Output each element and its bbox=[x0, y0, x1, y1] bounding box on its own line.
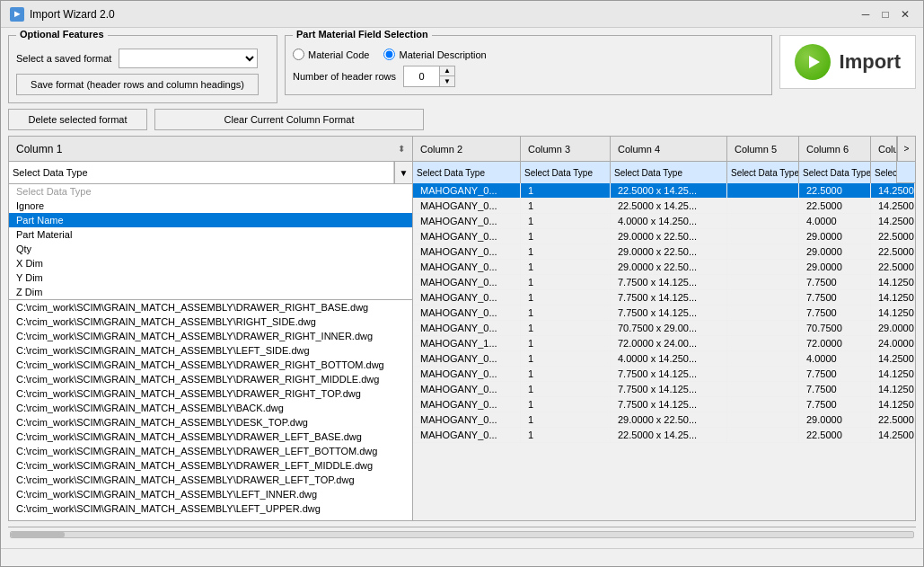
close-button[interactable]: ✕ bbox=[896, 5, 914, 23]
optional-features-group: Optional Features Select a saved format … bbox=[8, 35, 277, 103]
data-cell-col2: MAHOGANY_0... bbox=[413, 244, 521, 259]
spinner-down-button[interactable]: ▼ bbox=[440, 76, 454, 86]
data-cell-col4: 7.7500 x 14.125... bbox=[611, 290, 727, 305]
data-cell-col2: MAHOGANY_0... bbox=[413, 397, 521, 412]
file-item[interactable]: C:\rcim_work\SCIM\GRAIN_MATCH_ASSEMBLY\R… bbox=[9, 315, 412, 329]
file-item[interactable]: C:\rcim_work\SCIM\GRAIN_MATCH_ASSEMBLY\D… bbox=[9, 415, 412, 430]
material-code-radio[interactable] bbox=[293, 49, 304, 60]
app-icon: ▶ bbox=[10, 7, 24, 22]
table-row[interactable]: MAHOGANY_0... 1 7.7500 x 14.125... 7.750… bbox=[413, 367, 915, 382]
spinner-up-button[interactable]: ▲ bbox=[440, 66, 454, 76]
import-button[interactable]: Import bbox=[779, 35, 916, 89]
file-item[interactable]: C:\rcim_work\SCIM\GRAIN_MATCH_ASSEMBLY\L… bbox=[9, 343, 412, 358]
table-row[interactable]: MAHOGANY_0... 1 22.5000 x 14.25... 22.50… bbox=[413, 183, 915, 199]
data-cell-col5 bbox=[727, 199, 799, 213]
dropdown-item-zdim[interactable]: Z Dim bbox=[9, 285, 412, 299]
data-cell-col2: MAHOGANY_0... bbox=[413, 306, 521, 320]
file-item[interactable]: C:\rcim_work\SCIM\GRAIN_MATCH_ASSEMBLY\L… bbox=[9, 487, 412, 501]
data-cell-col5 bbox=[727, 336, 799, 350]
material-description-radio[interactable] bbox=[383, 49, 395, 60]
file-item[interactable]: C:\rcim_work\SCIM\GRAIN_MATCH_ASSEMBLY\D… bbox=[9, 430, 412, 444]
table-row[interactable]: MAHOGANY_0... 1 7.7500 x 14.125... 7.750… bbox=[413, 382, 915, 397]
dropdown-item-xdim[interactable]: X Dim bbox=[9, 256, 412, 270]
file-item[interactable]: C:\rcim_work\SCIM\GRAIN_MATCH_ASSEMBLY\D… bbox=[9, 358, 412, 372]
scrollbar-track[interactable] bbox=[10, 531, 914, 538]
table-row[interactable]: MAHOGANY_0... 1 29.0000 x 22.50... 29.00… bbox=[413, 260, 915, 275]
scroll-right-button[interactable]: > bbox=[897, 137, 915, 161]
table-row[interactable]: MAHOGANY_0... 1 22.5000 x 14.25... 22.50… bbox=[413, 199, 915, 214]
column1-dropdown-arrow[interactable]: ▼ bbox=[394, 162, 412, 183]
dropdown-item-ignore[interactable]: Ignore bbox=[9, 199, 412, 213]
column1-panel: Column 1 ⬍ Select Data Type ▼ Select Dat… bbox=[9, 137, 413, 520]
table-row[interactable]: MAHOGANY_0... 1 7.7500 x 14.125... 7.750… bbox=[413, 306, 915, 321]
scrollbar-thumb[interactable] bbox=[11, 532, 65, 537]
table-row[interactable]: MAHOGANY_0... 1 7.7500 x 14.125... 7.750… bbox=[413, 275, 915, 290]
part-material-group: Part Material Field Selection Material C… bbox=[285, 35, 772, 95]
table-row[interactable]: MAHOGANY_0... 1 70.7500 x 29.00... 70.75… bbox=[413, 321, 915, 336]
data-cell-col2: MAHOGANY_0... bbox=[413, 382, 521, 396]
col2-dropdown[interactable]: Select Data Type bbox=[413, 162, 521, 183]
column1-dropdown[interactable]: Select Data Type bbox=[9, 162, 394, 183]
data-cell-col2: MAHOGANY_0... bbox=[413, 183, 521, 198]
column1-sort-icon: ⬍ bbox=[398, 144, 405, 154]
data-cell-col6: 22.5000 bbox=[799, 199, 871, 213]
part-material-legend: Part Material Field Selection bbox=[293, 29, 432, 40]
file-item[interactable]: C:\rcim_work\SCIM\GRAIN_MATCH_ASSEMBLY\D… bbox=[9, 386, 412, 401]
col3-dropdown[interactable]: Select Data Type bbox=[521, 162, 611, 183]
file-item[interactable]: C:\rcim_work\SCIM\GRAIN_MATCH_ASSEMBLY\B… bbox=[9, 401, 412, 415]
table-row[interactable]: MAHOGANY_0... 1 7.7500 x 14.125... 7.750… bbox=[413, 397, 915, 412]
data-cell-col3: 1 bbox=[521, 397, 611, 412]
file-item[interactable]: C:\rcim_work\SCIM\GRAIN_MATCH_ASSEMBLY\D… bbox=[9, 458, 412, 473]
data-cell-col2: MAHOGANY_0... bbox=[413, 214, 521, 228]
table-row[interactable]: MAHOGANY_0... 1 7.7500 x 14.125... 7.750… bbox=[413, 290, 915, 306]
material-description-label[interactable]: Material Description bbox=[383, 49, 486, 60]
table-row[interactable]: MAHOGANY_0... 1 22.5000 x 14.25... 22.50… bbox=[413, 428, 915, 443]
delete-format-button[interactable]: Delete selected format bbox=[8, 109, 147, 130]
clear-format-button[interactable]: Clear Current Column Format bbox=[154, 109, 424, 130]
minimize-button[interactable]: ─ bbox=[857, 5, 875, 23]
header-rows-input[interactable] bbox=[404, 66, 440, 86]
data-cell-col7: 22.5000 bbox=[871, 244, 915, 259]
table-row[interactable]: MAHOGANY_0... 1 29.0000 x 22.50... 29.00… bbox=[413, 229, 915, 244]
data-cell-col6: 7.7500 bbox=[799, 275, 871, 289]
table-row[interactable]: MAHOGANY_0... 1 29.0000 x 22.50... 29.00… bbox=[413, 412, 915, 428]
file-item[interactable]: C:\rcim_work\SCIM\GRAIN_MATCH_ASSEMBLY\D… bbox=[9, 300, 412, 315]
col7-dropdown[interactable]: Select Data bbox=[871, 162, 897, 183]
file-item[interactable]: C:\rcim_work\SCIM\GRAIN_MATCH_ASSEMBLY\D… bbox=[9, 473, 412, 487]
dropdown-item-qty[interactable]: Qty bbox=[9, 242, 412, 256]
table-row[interactable]: MAHOGANY_0... 1 4.0000 x 14.250... 4.000… bbox=[413, 214, 915, 229]
data-scroll-area[interactable]: MAHOGANY_0... 1 22.5000 x 14.25... 22.50… bbox=[413, 183, 915, 520]
data-cell-col6: 7.7500 bbox=[799, 367, 871, 381]
file-item[interactable]: C:\rcim_work\SCIM\GRAIN_MATCH_ASSEMBLY\D… bbox=[9, 444, 412, 458]
horizontal-scrollbar[interactable] bbox=[8, 527, 916, 541]
col3-header: Column 3 bbox=[521, 137, 611, 161]
data-cell-col7: 14.2500 bbox=[871, 214, 915, 228]
file-item[interactable]: C:\rcim_work\SCIM\GRAIN_MATCH_ASSEMBLY\L… bbox=[9, 501, 412, 516]
save-format-button[interactable]: Save format (header rows and column head… bbox=[16, 74, 259, 95]
column1-dropdown-list[interactable]: Select Data Type Ignore Part Name Part M… bbox=[9, 184, 412, 300]
material-code-label[interactable]: Material Code bbox=[293, 49, 369, 60]
col5-dropdown[interactable]: Select Data Type bbox=[727, 162, 799, 183]
file-item[interactable]: C:\rcim_work\SCIM\GRAIN_MATCH_ASSEMBLY\D… bbox=[9, 329, 412, 343]
data-cell-col5 bbox=[727, 321, 799, 335]
file-item[interactable]: C:\rcim_work\SCIM\GRAIN_MATCH_ASSEMBLY\D… bbox=[9, 372, 412, 386]
col6-dropdown[interactable]: Select Data Type bbox=[799, 162, 871, 183]
data-cell-col7: 14.2500 bbox=[871, 428, 915, 442]
table-row[interactable]: MAHOGANY_0... 1 4.0000 x 14.250... 4.000… bbox=[413, 351, 915, 367]
dropdown-item-partmaterial[interactable]: Part Material bbox=[9, 227, 412, 242]
saved-format-select[interactable] bbox=[119, 49, 258, 68]
dropdown-item-select[interactable]: Select Data Type bbox=[9, 184, 412, 199]
data-cell-col6: 70.7500 bbox=[799, 321, 871, 335]
data-cell-col3: 1 bbox=[521, 214, 611, 228]
data-cell-col6: 72.0000 bbox=[799, 336, 871, 350]
dropdown-item-ydim[interactable]: Y Dim bbox=[9, 270, 412, 285]
data-cell-col6: 22.5000 bbox=[799, 428, 871, 442]
col4-dropdown[interactable]: Select Data Type bbox=[611, 162, 727, 183]
table-row[interactable]: MAHOGANY_1... 1 72.0000 x 24.00... 72.00… bbox=[413, 336, 915, 351]
data-cell-col3: 1 bbox=[521, 306, 611, 320]
table-row[interactable]: MAHOGANY_0... 1 29.0000 x 22.50... 29.00… bbox=[413, 244, 915, 260]
column1-dropdown-row: Select Data Type ▼ bbox=[9, 162, 412, 184]
maximize-button[interactable]: □ bbox=[876, 5, 894, 23]
dropdown-item-partname[interactable]: Part Name bbox=[9, 213, 412, 227]
data-cell-col7: 14.1250 bbox=[871, 382, 915, 396]
